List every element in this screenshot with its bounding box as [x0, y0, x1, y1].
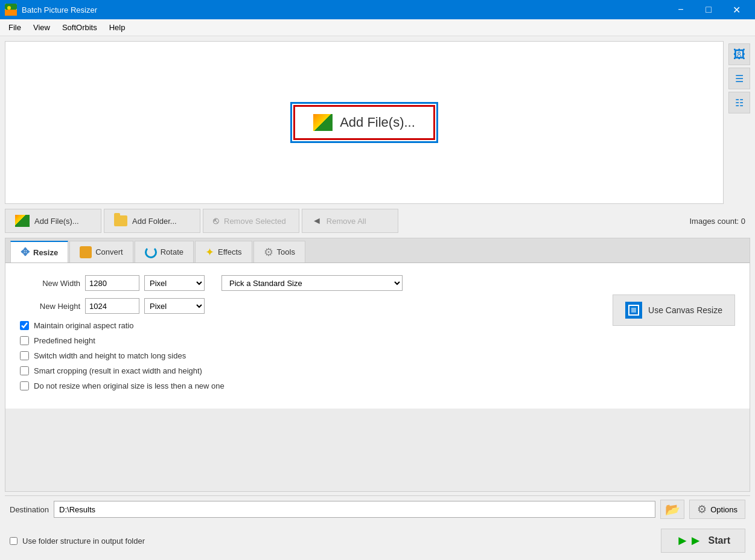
- tab-tools-label: Tools: [277, 247, 295, 256]
- preview-area: Add File(s)...: [5, 41, 724, 204]
- menubar: File View SoftOrbits Help: [0, 19, 755, 36]
- footer-bar: Use folder structure in output folder ►►…: [5, 526, 750, 555]
- start-label: Start: [709, 535, 730, 546]
- predefined-height-row: Predefined height: [20, 336, 598, 345]
- add-files-label: Add File(s)...: [34, 217, 79, 226]
- maintain-aspect-label: Maintain original aspect ratio: [34, 321, 133, 330]
- no-resize-label: Do not resize when original size is less…: [34, 381, 225, 390]
- canvas-resize-button[interactable]: Use Canvas Resize: [613, 294, 735, 326]
- tab-tools[interactable]: ⚙ Tools: [253, 241, 305, 262]
- remove-selected-label: Remove Selected: [224, 217, 286, 226]
- remove-all-button[interactable]: ◄ Remove All: [302, 209, 398, 233]
- file-icon-large: [313, 114, 333, 131]
- browse-folder-icon: 📂: [665, 502, 680, 517]
- view-list-button[interactable]: ☰: [728, 68, 750, 89]
- predefined-height-label: Predefined height: [34, 336, 95, 345]
- no-resize-row: Do not resize when original size is less…: [20, 381, 598, 390]
- tab-rotate[interactable]: Rotate: [135, 241, 194, 262]
- menu-help[interactable]: Help: [103, 21, 132, 34]
- destination-browse-button[interactable]: 📂: [660, 500, 684, 519]
- tab-convert-label: Convert: [95, 247, 123, 256]
- remove-icon: ⎋: [213, 215, 219, 226]
- view-sidebar: 🖼 ☰ ☷: [726, 41, 750, 204]
- options-button[interactable]: ⚙ Options: [689, 500, 745, 519]
- resize-icon: ✥: [21, 246, 30, 259]
- switch-width-height-row: Switch width and height to match long si…: [20, 351, 598, 360]
- maintain-aspect-row: Maintain original aspect ratio: [20, 321, 598, 330]
- switch-width-height-checkbox[interactable]: [20, 351, 29, 360]
- destination-path-input[interactable]: [54, 501, 655, 518]
- menu-softorbits[interactable]: SoftOrbits: [56, 21, 103, 34]
- folder-icon: [114, 215, 127, 226]
- add-folder-button[interactable]: Add Folder...: [104, 209, 200, 233]
- width-input[interactable]: [85, 275, 139, 291]
- smart-cropping-row: Smart cropping (result in exact width an…: [20, 366, 598, 375]
- images-count: Images count: 0: [689, 217, 750, 226]
- svg-point-3: [7, 6, 11, 10]
- width-row: New Width Pixel Percent Cm Inch Pick a S…: [20, 275, 598, 291]
- no-resize-checkbox[interactable]: [20, 381, 29, 390]
- remove-selected-button[interactable]: ⎋ Remove Selected: [203, 209, 299, 233]
- image-icon: [15, 215, 30, 227]
- height-input[interactable]: [85, 298, 139, 314]
- effects-icon: ✦: [205, 246, 214, 259]
- height-unit-select[interactable]: Pixel Percent Cm Inch: [144, 298, 205, 314]
- use-folder-structure-label: Use folder structure in output folder: [22, 536, 145, 546]
- app-icon: [5, 4, 17, 16]
- tab-convert[interactable]: Convert: [69, 241, 133, 262]
- svg-rect-2: [5, 10, 17, 16]
- svg-rect-1: [5, 4, 17, 10]
- list-icon: ☰: [735, 73, 744, 84]
- minimize-button[interactable]: −: [667, 0, 695, 19]
- add-folder-label: Add Folder...: [132, 217, 177, 226]
- tabs: ✥ Resize Convert Rotate ✦ Effects ⚙ Tool…: [5, 238, 750, 263]
- options-label: Options: [710, 505, 737, 514]
- maintain-aspect-checkbox[interactable]: [20, 321, 29, 330]
- width-unit-select[interactable]: Pixel Percent Cm Inch: [144, 275, 205, 291]
- main-container: Add File(s)... 🖼 ☰ ☷ Add File(s)... Add …: [0, 36, 755, 560]
- close-button[interactable]: ✕: [722, 0, 750, 19]
- add-files-button[interactable]: Add File(s)...: [5, 209, 101, 233]
- menu-view[interactable]: View: [27, 21, 56, 34]
- app-title: Batch Picture Resizer: [22, 5, 662, 14]
- height-row: New Height Pixel Percent Cm Inch: [20, 298, 598, 314]
- add-files-large-label: Add File(s)...: [340, 115, 415, 130]
- smart-cropping-label: Smart cropping (result in exact width an…: [34, 366, 202, 375]
- destination-label: Destination: [10, 505, 49, 514]
- canvas-resize-label: Use Canvas Resize: [648, 305, 722, 315]
- height-label: New Height: [20, 302, 80, 311]
- destination-bar: Destination 📂 ⚙ Options: [5, 495, 750, 523]
- svg-rect-5: [631, 308, 636, 313]
- rotate-icon: [145, 246, 157, 258]
- tab-effects-label: Effects: [218, 247, 242, 256]
- window-controls: − □ ✕: [667, 0, 750, 19]
- tab-content-resize: New Width Pixel Percent Cm Inch Pick a S…: [5, 263, 750, 409]
- width-label: New Width: [20, 279, 80, 288]
- smart-cropping-checkbox[interactable]: [20, 366, 29, 375]
- use-folder-structure-checkbox[interactable]: [10, 537, 18, 545]
- preview-section: Add File(s)... 🖼 ☰ ☷: [5, 41, 750, 204]
- view-large-icon-button[interactable]: 🖼: [728, 43, 750, 65]
- canvas-icon: [625, 302, 642, 319]
- images-count-label: Images count:: [689, 217, 739, 226]
- grid-icon: ☷: [735, 97, 744, 109]
- view-grid-button[interactable]: ☷: [728, 92, 750, 113]
- tab-rotate-label: Rotate: [161, 247, 183, 256]
- standard-size-select[interactable]: Pick a Standard Size: [221, 275, 403, 291]
- titlebar: Batch Picture Resizer − □ ✕: [0, 0, 755, 19]
- bottom-panel: ✥ Resize Convert Rotate ✦ Effects ⚙ Tool…: [5, 238, 750, 492]
- tab-resize-label: Resize: [33, 248, 58, 257]
- switch-width-height-label: Switch width and height to match long si…: [34, 351, 186, 360]
- menu-file[interactable]: File: [2, 21, 27, 34]
- large-icon: 🖼: [733, 48, 745, 62]
- convert-icon: [80, 246, 92, 258]
- predefined-height-checkbox[interactable]: [20, 336, 29, 345]
- start-arrow-icon: ►►: [676, 533, 702, 549]
- images-count-value: 0: [741, 217, 745, 226]
- tab-resize[interactable]: ✥ Resize: [10, 241, 68, 262]
- start-button[interactable]: ►► Start: [661, 529, 745, 553]
- tools-icon: ⚙: [264, 246, 273, 259]
- tab-effects[interactable]: ✦ Effects: [195, 241, 252, 262]
- maximize-button[interactable]: □: [695, 0, 722, 19]
- add-files-large-button[interactable]: Add File(s)...: [293, 105, 435, 140]
